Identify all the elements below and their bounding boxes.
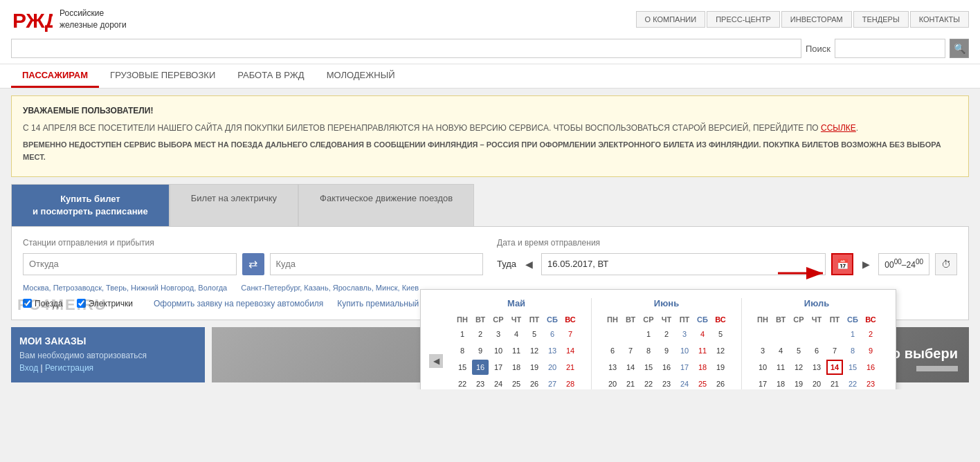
july-23[interactable]: 23 [862, 376, 879, 389]
nav-top-investors[interactable]: ИНВЕСТОРАМ [781, 11, 852, 28]
time-select-button[interactable]: ⏱ [935, 253, 957, 275]
quick-links-to-text[interactable]: Санкт-Петербург, Казань, Ярославль, Минс… [241, 284, 419, 292]
may-24[interactable]: 24 [490, 376, 507, 389]
july-12[interactable]: 12 [790, 360, 807, 375]
june-19[interactable]: 19 [712, 360, 729, 375]
june-16[interactable]: 16 [658, 360, 675, 375]
july-10[interactable]: 10 [754, 360, 771, 375]
may-16[interactable]: 16 [472, 360, 489, 375]
calendar-open-button[interactable]: 📅 [831, 253, 853, 275]
date-next-button[interactable]: ▶ [859, 257, 873, 271]
may-21[interactable]: 21 [562, 360, 579, 375]
july-20[interactable]: 20 [808, 376, 825, 389]
july-6[interactable]: 6 [808, 343, 825, 358]
june-15[interactable]: 15 [640, 360, 657, 375]
may-8[interactable]: 8 [454, 343, 471, 358]
june-3[interactable]: 3 [676, 326, 693, 342]
june-7[interactable]: 7 [622, 343, 639, 358]
june-20[interactable]: 20 [604, 376, 621, 389]
july-13[interactable]: 13 [808, 360, 825, 375]
june-23[interactable]: 23 [658, 376, 675, 389]
june-25[interactable]: 25 [694, 376, 711, 389]
login-link[interactable]: Вход [19, 363, 38, 373]
july-18[interactable]: 18 [772, 376, 789, 389]
july-17[interactable]: 17 [754, 376, 771, 389]
june-10[interactable]: 10 [676, 343, 693, 358]
may-7[interactable]: 7 [562, 326, 579, 342]
may-15[interactable]: 15 [454, 360, 471, 375]
may-22[interactable]: 22 [454, 376, 471, 389]
june-8[interactable]: 8 [640, 343, 657, 358]
july-22[interactable]: 22 [844, 376, 861, 389]
may-18[interactable]: 18 [508, 360, 525, 375]
nav-main-passengers[interactable]: ПАССАЖИРАМ [11, 64, 99, 88]
may-19[interactable]: 19 [526, 360, 543, 375]
quick-links-from-text[interactable]: Москва, Петрозаводск, Тверь, Нижний Новг… [23, 284, 227, 292]
may-20[interactable]: 20 [544, 360, 561, 375]
may-25[interactable]: 25 [508, 376, 525, 389]
date-prev-button[interactable]: ◀ [522, 257, 536, 271]
may-14[interactable]: 14 [562, 343, 579, 358]
july-19[interactable]: 19 [790, 376, 807, 389]
june-11[interactable]: 11 [694, 343, 711, 358]
nav-top-press[interactable]: ПРЕСС-ЦЕНТР [707, 11, 780, 28]
june-13[interactable]: 13 [604, 360, 621, 375]
swap-stations-button[interactable]: ⇄ [242, 253, 264, 275]
july-8[interactable]: 8 [844, 343, 861, 358]
june-6[interactable]: 6 [604, 343, 621, 358]
may-6[interactable]: 6 [544, 326, 561, 342]
may-9[interactable]: 9 [472, 343, 489, 358]
june-5[interactable]: 5 [712, 326, 729, 342]
june-22[interactable]: 22 [640, 376, 657, 389]
june-18[interactable]: 18 [694, 360, 711, 375]
june-17[interactable]: 17 [676, 360, 693, 375]
may-28[interactable]: 28 [562, 376, 579, 389]
june-26[interactable]: 26 [712, 376, 729, 389]
from-input[interactable] [23, 253, 237, 275]
july-11[interactable]: 11 [772, 360, 789, 375]
june-12[interactable]: 12 [712, 343, 729, 358]
july-3[interactable]: 3 [754, 343, 771, 358]
july-14[interactable]: 14 [826, 360, 843, 375]
may-26[interactable]: 26 [526, 376, 543, 389]
tab-elektrichka[interactable]: Билет на электричку [170, 184, 298, 226]
to-input[interactable] [270, 253, 484, 275]
nav-main-jobs[interactable]: РАБОТА В РЖД [226, 64, 315, 88]
may-5[interactable]: 5 [526, 326, 543, 342]
june-2[interactable]: 2 [658, 326, 675, 342]
june-21[interactable]: 21 [622, 376, 639, 389]
register-link[interactable]: Регистрация [45, 363, 93, 373]
may-1[interactable]: 1 [454, 326, 471, 342]
nav-top-about[interactable]: О КОМПАНИИ [636, 11, 706, 28]
may-2[interactable]: 2 [472, 326, 489, 342]
may-11[interactable]: 11 [508, 343, 525, 358]
may-10[interactable]: 10 [490, 343, 507, 358]
nav-main-youth[interactable]: МОЛОДЕЖНЫЙ [316, 64, 406, 88]
july-1[interactable]: 1 [844, 326, 861, 342]
may-27[interactable]: 27 [544, 376, 561, 389]
may-23[interactable]: 23 [472, 376, 489, 389]
main-search-input[interactable] [11, 39, 801, 58]
june-1[interactable]: 1 [640, 326, 657, 342]
tab-movement[interactable]: Фактическое движение поездов [298, 184, 474, 226]
may-17[interactable]: 17 [490, 360, 507, 375]
june-14[interactable]: 14 [622, 360, 639, 375]
july-5[interactable]: 5 [790, 343, 807, 358]
may-12[interactable]: 12 [526, 343, 543, 358]
may-13[interactable]: 13 [544, 343, 561, 358]
search-box-input[interactable] [835, 39, 945, 58]
july-9[interactable]: 9 [862, 343, 879, 358]
june-24[interactable]: 24 [676, 376, 693, 389]
july-2[interactable]: 2 [862, 326, 879, 342]
nav-top-contacts[interactable]: КОНТАКТЫ [910, 11, 969, 28]
tab-buy-ticket[interactable]: Купить билети посмотреть расписание [11, 184, 170, 226]
july-15[interactable]: 15 [844, 360, 861, 375]
july-21[interactable]: 21 [826, 376, 843, 389]
july-4[interactable]: 4 [772, 343, 789, 358]
july-7[interactable]: 7 [826, 343, 843, 358]
june-4[interactable]: 4 [694, 326, 711, 342]
notice-link[interactable]: ССЫЛКЕ [821, 123, 856, 133]
link-auto-transport[interactable]: Оформить заявку на перевозку автомобиля [154, 299, 323, 308]
nav-top-tenders[interactable]: ТЕНДЕРЫ [853, 11, 909, 28]
search-button[interactable]: 🔍 [950, 39, 969, 58]
